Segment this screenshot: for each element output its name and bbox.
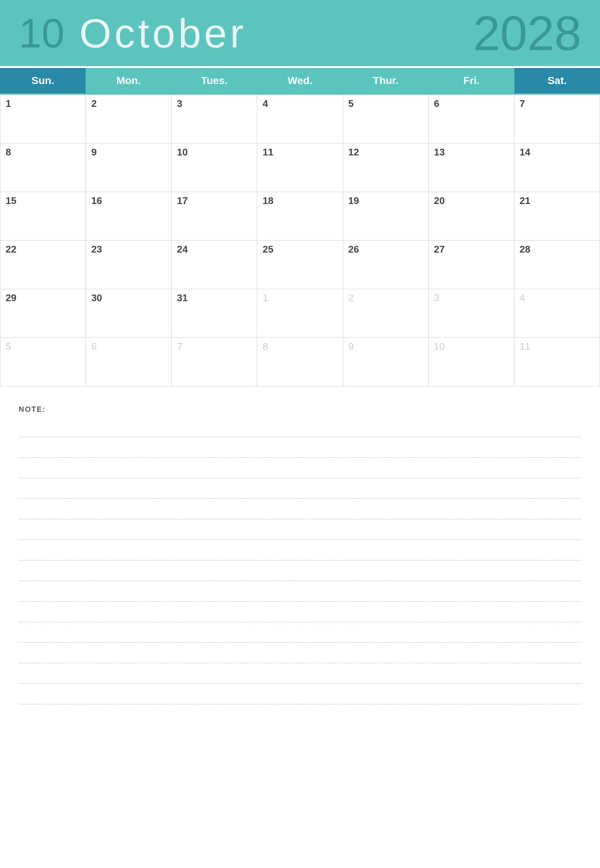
cell-day-number: 22 xyxy=(6,243,17,255)
cell-day-number: 11 xyxy=(262,147,273,158)
cell-day-number: 10 xyxy=(434,341,445,352)
cell-day-number: 1 xyxy=(262,292,268,303)
cell-day-number: 18 xyxy=(262,195,273,206)
note-lines-container xyxy=(19,417,581,704)
monday-header: Mon. xyxy=(86,68,171,94)
note-line xyxy=(19,458,581,478)
calendar-cell: 31 xyxy=(171,289,257,338)
cell-day-number: 7 xyxy=(177,341,182,352)
calendar-cell: 15 xyxy=(0,192,86,240)
wednesday-header: Wed. xyxy=(257,68,343,94)
cell-day-number: 7 xyxy=(520,98,525,109)
calendar-cell: 24 xyxy=(171,240,257,289)
calendar-cell: 3 xyxy=(429,289,514,338)
cell-day-number: 20 xyxy=(434,195,445,206)
cell-day-number: 23 xyxy=(91,243,102,255)
note-line xyxy=(19,478,581,499)
cell-day-number: 31 xyxy=(177,292,188,303)
calendar-cell: 19 xyxy=(343,192,429,240)
note-line xyxy=(19,499,581,519)
calendar-cell: 9 xyxy=(86,144,171,192)
calendar-cell: 13 xyxy=(429,144,514,192)
cell-day-number: 9 xyxy=(91,147,97,158)
calendar-cell: 27 xyxy=(429,240,514,289)
calendar-cell: 1 xyxy=(257,289,343,338)
cell-day-number: 30 xyxy=(91,292,102,303)
calendar-cell: 21 xyxy=(514,192,600,240)
calendar-cell: 3 xyxy=(171,95,257,144)
cell-day-number: 27 xyxy=(434,243,445,255)
calendar-cell: 2 xyxy=(343,289,429,338)
calendar-cell: 7 xyxy=(171,338,257,386)
calendar-cell: 7 xyxy=(514,95,600,144)
cell-day-number: 3 xyxy=(434,292,439,303)
notes-label: NOTE: xyxy=(19,405,581,414)
calendar-cell: 1 xyxy=(0,95,86,144)
calendar-cell: 5 xyxy=(343,95,429,144)
calendar-cell: 28 xyxy=(514,240,600,289)
calendar-cell: 11 xyxy=(257,144,343,192)
note-line xyxy=(19,417,581,437)
cell-day-number: 21 xyxy=(520,195,530,206)
note-line xyxy=(19,643,581,663)
calendar-cell: 22 xyxy=(0,240,86,289)
saturday-header: Sat. xyxy=(514,68,600,94)
cell-day-number: 15 xyxy=(6,195,17,206)
calendar-grid: 1234567891011121314151617181920212223242… xyxy=(0,95,600,386)
calendar-cell: 6 xyxy=(86,338,171,386)
cell-day-number: 4 xyxy=(520,292,525,303)
cell-day-number: 17 xyxy=(177,195,188,206)
cell-day-number: 28 xyxy=(520,243,530,255)
note-line xyxy=(19,602,581,622)
note-line xyxy=(19,437,581,458)
cell-day-number: 9 xyxy=(348,341,354,352)
year: 2028 xyxy=(473,9,581,57)
cell-day-number: 8 xyxy=(6,147,11,158)
sunday-header: Sun. xyxy=(0,68,86,94)
cell-day-number: 2 xyxy=(348,292,354,303)
cell-day-number: 4 xyxy=(262,98,268,109)
month-number: 10 xyxy=(19,13,64,54)
calendar-cell: 26 xyxy=(343,240,429,289)
calendar-cell: 8 xyxy=(257,338,343,386)
cell-day-number: 14 xyxy=(520,147,530,158)
cell-day-number: 6 xyxy=(91,341,97,352)
cell-day-number: 24 xyxy=(177,243,188,255)
calendar-cell: 4 xyxy=(514,289,600,338)
calendar-cell: 2 xyxy=(86,95,171,144)
calendar-cell: 4 xyxy=(257,95,343,144)
calendar-cell: 10 xyxy=(429,338,514,386)
calendar-cell: 20 xyxy=(429,192,514,240)
calendar-cell: 10 xyxy=(171,144,257,192)
calendar-cell: 30 xyxy=(86,289,171,338)
calendar-cell: 8 xyxy=(0,144,86,192)
cell-day-number: 13 xyxy=(434,147,445,158)
cell-day-number: 8 xyxy=(262,341,268,352)
note-line xyxy=(19,540,581,561)
notes-section: NOTE: xyxy=(0,394,600,704)
cell-day-number: 29 xyxy=(6,292,17,303)
calendar-cell: 16 xyxy=(86,192,171,240)
cell-day-number: 12 xyxy=(348,147,359,158)
calendar-cell: 23 xyxy=(86,240,171,289)
friday-header: Fri. xyxy=(429,68,514,94)
calendar-cell: 6 xyxy=(429,95,514,144)
cell-day-number: 2 xyxy=(91,98,97,109)
cell-day-number: 16 xyxy=(91,195,102,206)
note-line xyxy=(19,519,581,540)
tuesday-header: Tues. xyxy=(171,68,257,94)
note-line xyxy=(19,684,581,704)
month-name: October xyxy=(79,13,246,54)
calendar-cell: 9 xyxy=(343,338,429,386)
note-line xyxy=(19,561,581,581)
note-line xyxy=(19,663,581,684)
day-headers-row: Sun. Mon. Tues. Wed. Thur. Fri. Sat. xyxy=(0,68,600,95)
cell-day-number: 6 xyxy=(434,98,439,109)
cell-day-number: 10 xyxy=(177,147,188,158)
calendar-cell: 25 xyxy=(257,240,343,289)
calendar-cell: 11 xyxy=(514,338,600,386)
note-line xyxy=(19,622,581,643)
calendar-header: 10 October 2028 xyxy=(0,0,600,66)
note-line xyxy=(19,581,581,602)
calendar-cell: 14 xyxy=(514,144,600,192)
